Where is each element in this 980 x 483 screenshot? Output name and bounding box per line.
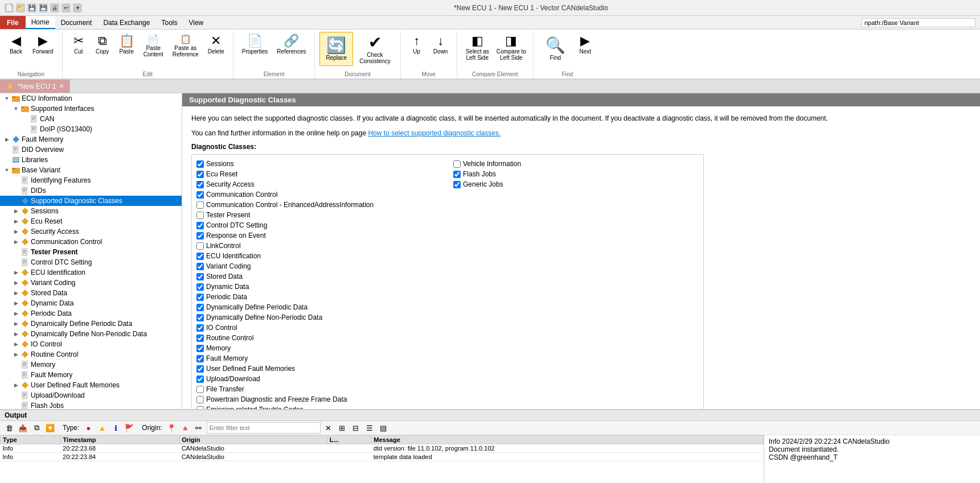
checkbox-dynamically-define-periodic-data[interactable]	[196, 304, 204, 311]
tree-item[interactable]: Tester Present	[0, 247, 182, 257]
replace-button[interactable]: 🔄 Replace	[319, 32, 353, 66]
checkbox-flash-jobs[interactable]	[453, 171, 461, 178]
tree-item[interactable]: DoIP (ISO13400)	[0, 124, 182, 134]
checkbox-generic-jobs[interactable]	[453, 181, 461, 188]
checkbox-ecu-reset[interactable]	[196, 171, 204, 178]
check-consistency-button[interactable]: ✔ CheckConsistency	[354, 32, 395, 67]
output-copy-button[interactable]: ⧉	[31, 422, 42, 434]
tree-item[interactable]: ▼Base Variant	[0, 165, 182, 175]
menu-tools[interactable]: Tools	[155, 16, 183, 29]
checkbox-stored-data[interactable]	[196, 273, 204, 280]
back-button[interactable]: ◀ Back	[5, 32, 27, 57]
tree-item[interactable]: ▶Sessions	[0, 206, 182, 216]
delete-button[interactable]: ✕ Delete	[204, 32, 228, 57]
undo-icon[interactable]: ↩	[61, 3, 71, 13]
tree-item[interactable]: Control DTC Setting	[0, 257, 182, 267]
menu-file[interactable]: File	[0, 16, 26, 29]
open-icon[interactable]: 📂	[16, 3, 25, 13]
checkbox-communication-control---enhancedaddressinformation[interactable]	[196, 201, 204, 209]
checkbox-io-control[interactable]	[196, 324, 204, 332]
type-success-button[interactable]: 🚩	[124, 422, 135, 434]
output-filter-button[interactable]: 🔽	[44, 422, 56, 434]
paste-reference-button[interactable]: 📋 Paste asReference	[169, 32, 203, 60]
checkbox-security-access[interactable]	[196, 181, 204, 188]
tree-item[interactable]: ▶User Defined Fault Memories	[0, 380, 182, 390]
menu-data-exchange[interactable]: Data Exchange	[97, 16, 155, 29]
checkbox-upload/download[interactable]	[196, 375, 204, 383]
tree-item[interactable]: Fault Memory	[0, 370, 182, 380]
menu-document[interactable]: Document	[55, 16, 98, 29]
tree-item[interactable]: ▶Variant Coding	[0, 278, 182, 288]
checkbox-file-transfer[interactable]	[196, 386, 204, 393]
output-export-button[interactable]: 📤	[17, 422, 28, 434]
tree-item[interactable]: ▶Dynamically Define Non-Periodic Data	[0, 329, 182, 339]
layout-3-button[interactable]: ☰	[364, 422, 375, 434]
find-button[interactable]: 🔍 Find	[538, 32, 573, 66]
tree-item[interactable]: ▶Communication Control	[0, 237, 182, 247]
up-button[interactable]: ↑ Up	[405, 32, 428, 57]
tree-item[interactable]: ▶ECU Identification	[0, 267, 182, 278]
layout-2-button[interactable]: ⊟	[350, 422, 362, 434]
checkbox-sessions[interactable]	[196, 160, 204, 168]
checkbox-tester-present[interactable]	[196, 212, 204, 219]
tree-container[interactable]: ▼ECU Information▼Supported Interfaces CA…	[0, 93, 182, 409]
tree-item[interactable]: ▶Stored Data	[0, 288, 182, 298]
print-icon[interactable]: 🖨	[50, 3, 59, 13]
tree-item[interactable]: ▶Dynamic Data	[0, 298, 182, 308]
checkbox-ecu-identification[interactable]	[196, 253, 204, 260]
menu-view[interactable]: View	[183, 16, 209, 29]
checkbox-control-dtc-setting[interactable]	[196, 222, 204, 229]
tree-item[interactable]: Identifying Features	[0, 175, 182, 185]
checkbox-dynamically-define-non-periodic-data[interactable]	[196, 314, 204, 321]
origin-all-button[interactable]: ⚯	[193, 422, 204, 434]
down-button[interactable]: ↓ Down	[429, 32, 452, 57]
checkbox-communication-control[interactable]	[196, 191, 204, 199]
checkbox-fault-memory[interactable]	[196, 355, 204, 362]
filter-input[interactable]	[207, 422, 321, 434]
checkbox-variant-coding[interactable]	[196, 263, 204, 270]
copy-button[interactable]: ⧉ Copy	[91, 32, 114, 57]
origin-local-button[interactable]: 📍	[166, 422, 177, 434]
checkbox-emission-related-trouble-codes[interactable]	[196, 406, 204, 410]
tree-item[interactable]: ▼ECU Information	[0, 93, 182, 104]
checkbox-routine-control[interactable]	[196, 335, 204, 342]
checkbox-user-defined-fault-memories[interactable]	[196, 365, 204, 373]
tree-item[interactable]: CAN	[0, 114, 182, 124]
checkbox-memory[interactable]	[196, 345, 204, 352]
type-warning-button[interactable]: ▲	[96, 422, 108, 434]
layout-1-button[interactable]: ⊞	[337, 422, 348, 434]
type-error-button[interactable]: ●	[83, 422, 94, 434]
tree-item[interactable]: ▼Supported Interfaces	[0, 104, 182, 114]
cut-button[interactable]: ✂ Cut	[67, 32, 90, 57]
checkbox-powertrain-diagnostic-and-freeze-frame-data[interactable]	[196, 396, 204, 403]
type-info-button[interactable]: ℹ	[110, 422, 121, 434]
tree-item[interactable]: Upload/Download	[0, 390, 182, 401]
tree-item[interactable]: ▶IO Control	[0, 339, 182, 349]
save-icon[interactable]: 💾	[27, 3, 36, 13]
tree-item[interactable]: ▶Security Access	[0, 226, 182, 237]
origin-remote-button[interactable]: 🔺	[179, 422, 191, 434]
tree-item[interactable]: ▶Ecu Reset	[0, 216, 182, 226]
tree-item[interactable]: ▶Routine Control	[0, 349, 182, 360]
paste-button[interactable]: 📋 Paste	[115, 32, 138, 57]
checkbox-vehicle-information[interactable]	[453, 160, 461, 168]
output-row[interactable]: Info20:22:23.84CANdelaStudiotemplate dat…	[1, 453, 764, 461]
more-icon[interactable]: ▾	[73, 3, 82, 13]
menu-home[interactable]: Home	[26, 16, 55, 29]
checkbox-dynamic-data[interactable]	[196, 283, 204, 291]
checkbox-response-on-event[interactable]	[196, 232, 204, 240]
select-left-button[interactable]: ◧ Select asLeft Side	[462, 32, 493, 64]
saveas-icon[interactable]: 💾	[39, 3, 48, 13]
tree-item[interactable]: ▶Dynamically Define Periodic Data	[0, 319, 182, 329]
new-icon[interactable]: 📄	[5, 3, 14, 13]
references-button[interactable]: 🔗 References	[273, 32, 310, 57]
tree-item[interactable]: Flash Jobs	[0, 401, 182, 409]
tree-item[interactable]: DIDs	[0, 185, 182, 196]
compare-left-button[interactable]: ◨ Compare toLeft Side	[494, 32, 528, 64]
output-row[interactable]: Info20:22:23.68CANdelaStudiodtd version:…	[1, 444, 764, 453]
filter-clear-button[interactable]: ✕	[323, 422, 334, 434]
layout-4-button[interactable]: ▤	[378, 422, 389, 434]
tab-close-button[interactable]: ✕	[59, 83, 64, 89]
checkbox-periodic-data[interactable]	[196, 294, 204, 301]
next-button[interactable]: ▶ Next	[574, 32, 597, 57]
